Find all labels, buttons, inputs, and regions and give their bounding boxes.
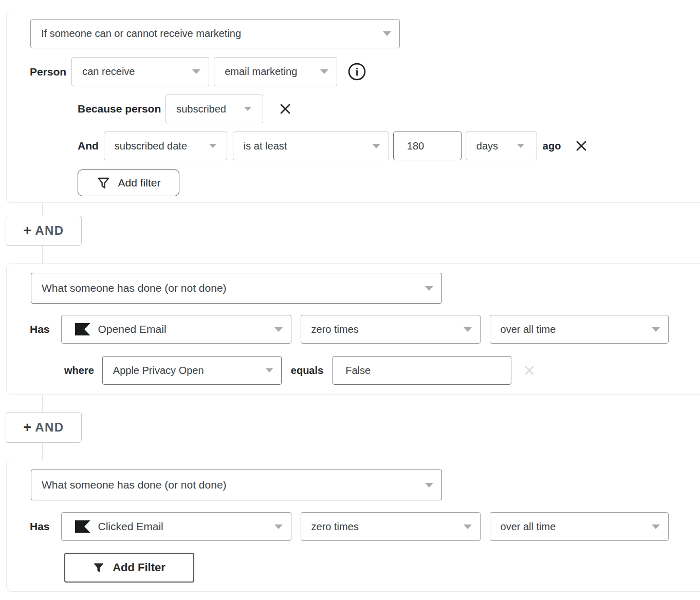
plus-icon: +	[23, 420, 31, 436]
chevron-down-icon	[425, 483, 433, 488]
add-filter-button[interactable]: Add Filter	[64, 553, 194, 583]
date-field-value: subscribed date	[115, 140, 187, 152]
property-value: Apple Privacy Open	[113, 365, 204, 377]
and-connector-label: AND	[35, 223, 64, 238]
chevron-down-icon	[274, 327, 283, 332]
remove-filter-icon[interactable]	[573, 138, 590, 154]
add-filter-button[interactable]: Add filter	[78, 170, 179, 196]
property-value-input[interactable]	[333, 356, 511, 385]
date-operator-value: is at least	[244, 140, 287, 152]
chevron-down-icon	[320, 69, 328, 74]
date-operator-dropdown[interactable]: is at least	[233, 132, 389, 160]
condition-block-marketing: If someone can or cannot receive marketi…	[6, 9, 700, 203]
filter-funnel-icon	[97, 176, 110, 190]
channel-value: email marketing	[225, 66, 297, 78]
timeframe-dropdown[interactable]: over all time	[490, 315, 669, 344]
condition-type-dropdown[interactable]: What someone has done (or not done)	[31, 470, 442, 500]
add-filter-label: Add Filter	[113, 561, 165, 574]
svg-text:i: i	[356, 66, 359, 78]
count-value: zero times	[311, 521, 359, 533]
condition-block-opened-email: What someone has done (or not done) Has …	[6, 263, 700, 395]
remove-where-icon[interactable]	[523, 364, 536, 377]
chevron-down-icon	[464, 327, 472, 332]
event-dropdown[interactable]: Opened Email	[61, 315, 291, 344]
has-label: Has	[30, 323, 50, 335]
time-unit-dropdown[interactable]: days	[466, 132, 537, 160]
plus-icon: +	[23, 223, 31, 239]
chevron-down-icon	[244, 107, 251, 111]
klaviyo-flag-icon	[75, 520, 90, 533]
and-connector-label: AND	[35, 420, 64, 435]
chevron-down-icon	[652, 327, 660, 332]
where-label: where	[64, 365, 94, 377]
and-connector-button[interactable]: + AND	[6, 216, 82, 246]
count-value: zero times	[311, 324, 359, 335]
timeframe-dropdown[interactable]: over all time	[490, 512, 669, 541]
chevron-down-icon	[652, 524, 660, 529]
chevron-down-icon	[425, 286, 433, 291]
and-connector-button[interactable]: + AND	[6, 412, 82, 443]
event-value: Opened Email	[98, 323, 268, 335]
condition-block-clicked-email: What someone has done (or not done) Has …	[6, 460, 700, 592]
has-label: Has	[30, 520, 50, 533]
chevron-down-icon	[192, 69, 200, 74]
chevron-down-icon	[517, 144, 524, 148]
event-value: Clicked Email	[98, 520, 268, 533]
chevron-down-icon	[209, 144, 216, 148]
person-label: Person	[30, 66, 66, 78]
chevron-down-icon	[372, 144, 380, 148]
reason-dropdown[interactable]: subscribed	[165, 95, 263, 123]
channel-dropdown[interactable]: email marketing	[214, 57, 337, 86]
timeframe-value: over all time	[501, 324, 556, 335]
timeframe-value: over all time	[501, 521, 556, 533]
equals-label: equals	[291, 365, 323, 377]
chevron-down-icon	[266, 368, 273, 372]
and-filter-label: And	[78, 140, 99, 152]
recipient-verb-dropdown[interactable]: can receive	[71, 57, 209, 86]
chevron-down-icon	[464, 524, 472, 529]
date-field-dropdown[interactable]: subscribed date	[104, 132, 227, 160]
klaviyo-flag-icon	[75, 323, 90, 335]
chevron-down-icon	[383, 31, 391, 36]
add-filter-label: Add filter	[118, 177, 161, 189]
count-dropdown[interactable]: zero times	[301, 512, 481, 541]
event-dropdown[interactable]: Clicked Email	[61, 512, 291, 541]
condition-type-value: What someone has done (or not done)	[42, 479, 227, 491]
remove-filter-icon[interactable]	[277, 101, 293, 117]
ago-label: ago	[543, 140, 561, 152]
property-dropdown[interactable]: Apple Privacy Open	[102, 356, 282, 385]
condition-type-dropdown[interactable]: What someone has done (or not done)	[31, 273, 442, 304]
filter-funnel-icon	[93, 562, 104, 573]
info-icon[interactable]: i	[347, 62, 366, 81]
time-unit-value: days	[476, 140, 498, 152]
count-dropdown[interactable]: zero times	[301, 315, 481, 344]
condition-type-dropdown[interactable]: If someone can or cannot receive marketi…	[30, 19, 400, 48]
condition-type-value: What someone has done (or not done)	[42, 282, 227, 294]
days-value-input[interactable]	[393, 132, 462, 160]
chevron-down-icon	[274, 524, 283, 529]
reason-value: subscribed	[176, 103, 226, 115]
segment-builder: If someone can or cannot receive marketi…	[0, 0, 700, 600]
recipient-verb-value: can receive	[82, 66, 135, 78]
condition-type-value: If someone can or cannot receive marketi…	[41, 28, 241, 40]
because-person-label: Because person	[78, 103, 161, 115]
